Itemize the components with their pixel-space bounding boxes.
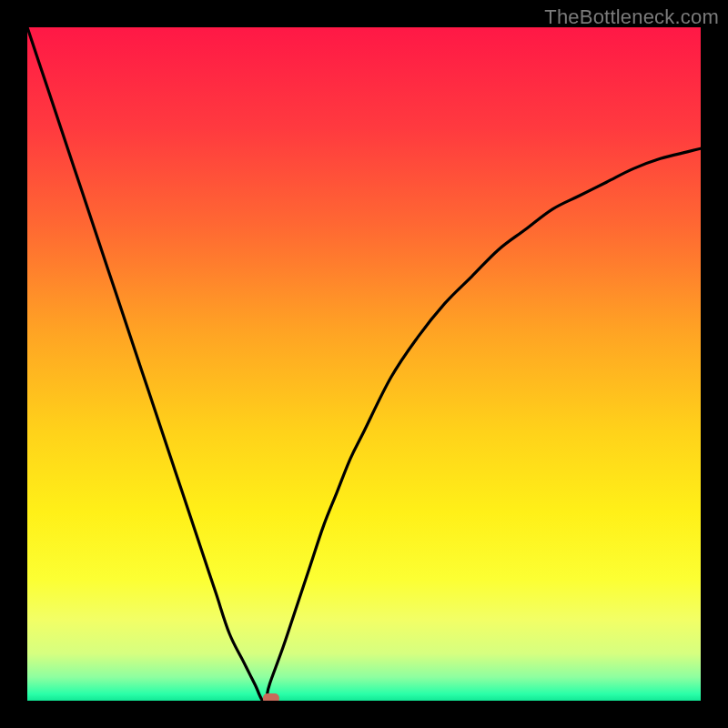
gradient-background (27, 27, 701, 701)
plot-svg (27, 27, 701, 701)
watermark-text: TheBottleneck.com (544, 5, 719, 29)
plot-area (27, 27, 701, 701)
chart-stage: TheBottleneck.com (0, 0, 728, 728)
marker-point (263, 693, 279, 701)
